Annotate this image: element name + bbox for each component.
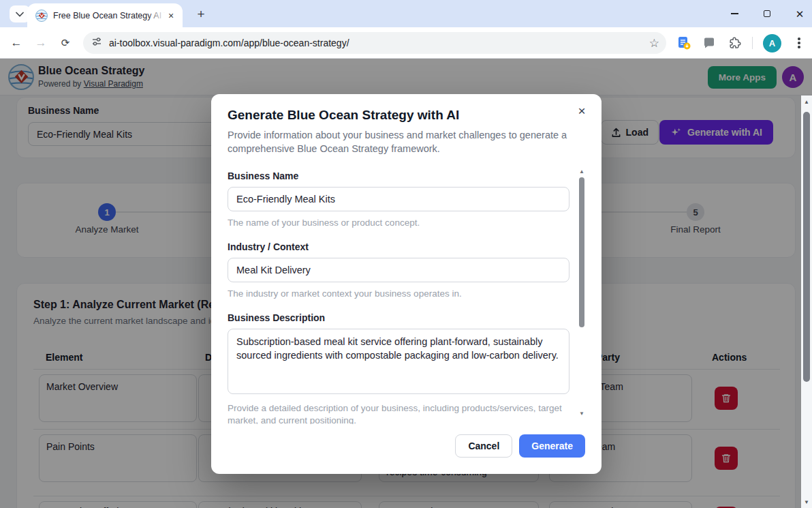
generate-button[interactable]: Generate (519, 434, 585, 458)
minimize-button[interactable] (728, 7, 741, 20)
chevron-down-icon (16, 12, 24, 17)
maximize-icon (764, 10, 770, 17)
url-text: ai-toolbox.visual-paradigm.com/app/blue-… (109, 38, 649, 48)
maximize-button[interactable] (760, 7, 774, 20)
modal-footer: Cancel Generate (455, 434, 585, 458)
cancel-button[interactable]: Cancel (455, 434, 512, 458)
modal-business-name-input[interactable] (228, 187, 569, 211)
address-bar[interactable]: ai-toolbox.visual-paradigm.com/app/blue-… (83, 32, 666, 54)
tab-strip: Free Blue Ocean Strategy AI Too × + ✕ (0, 0, 812, 27)
page-scrollbar[interactable]: ▲ ▼ (801, 95, 812, 508)
modal-business-name-label: Business Name (228, 170, 569, 181)
generate-ai-modal: Generate Blue Ocean Strategy with AI × P… (211, 94, 602, 474)
modal-scroll-down-icon[interactable]: ▼ (578, 410, 585, 417)
forward-button[interactable]: → (31, 33, 50, 53)
window-controls: ✕ (728, 0, 807, 27)
scroll-up-icon[interactable]: ▲ (801, 97, 812, 106)
new-tab-button[interactable]: + (192, 5, 210, 23)
toolbar-right: A (676, 27, 807, 59)
bookmark-star-icon[interactable]: ☆ (649, 36, 659, 50)
scroll-down-icon[interactable]: ▼ (801, 497, 812, 507)
site-favicon-icon (35, 10, 48, 22)
modal-title: Generate Blue Ocean Strategy with AI (228, 108, 459, 123)
browser-menu-icon[interactable] (792, 35, 807, 50)
tab-close-icon[interactable]: × (165, 10, 177, 22)
extensions-puzzle-icon[interactable] (727, 35, 742, 50)
modal-industry-label: Industry / Context (228, 241, 569, 252)
tab-title-fade (147, 6, 165, 25)
modal-industry-help: The industry or market context your busi… (228, 288, 569, 300)
modal-scroll-up-icon[interactable]: ▲ (578, 168, 585, 175)
site-settings-icon[interactable] (91, 36, 102, 50)
back-button[interactable]: ← (7, 33, 26, 53)
app-viewport: Blue Ocean Strategy Powered by Visual Pa… (0, 59, 812, 508)
reload-button[interactable]: ⟳ (56, 33, 75, 53)
modal-scrollbar[interactable]: ▲ ▼ (578, 168, 585, 417)
side-panel-bubble-icon[interactable] (702, 35, 717, 50)
minimize-icon (731, 13, 738, 14)
browser-window: Free Blue Ocean Strategy AI Too × + ✕ ← … (0, 0, 812, 508)
modal-description: Provide information about your business … (228, 128, 568, 155)
close-window-button[interactable]: ✕ (793, 7, 807, 20)
translate-doc-icon[interactable] (676, 35, 691, 50)
browser-toolbar: ← → ⟳ ai-toolbox.visual-paradigm.com/app… (0, 27, 812, 59)
modal-form: Business Name The name of your business … (228, 170, 569, 424)
page-scrollbar-thumb[interactable] (803, 112, 810, 382)
modal-industry-input[interactable] (228, 258, 569, 282)
modal-business-name-help: The name of your business or product con… (228, 217, 569, 229)
close-icon: ✕ (796, 9, 805, 19)
modal-scrollbar-thumb[interactable] (579, 177, 584, 327)
toolbar-separator (752, 37, 753, 49)
browser-tab[interactable]: Free Blue Ocean Strategy AI Too × (27, 3, 183, 27)
modal-description-label: Business Description (228, 312, 569, 323)
modal-description-help: Provide a detailed description of your b… (228, 402, 569, 424)
modal-close-icon[interactable]: × (573, 102, 591, 120)
browser-profile-avatar[interactable]: A (763, 34, 781, 53)
modal-description-textarea[interactable]: Subscription-based meal kit service offe… (228, 329, 569, 394)
